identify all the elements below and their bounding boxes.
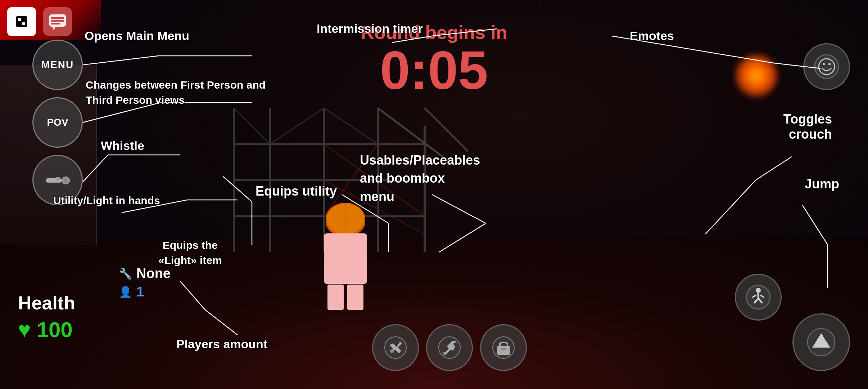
svg-line-9 <box>270 108 324 144</box>
svg-rect-20 <box>16 16 27 27</box>
roblox-logo[interactable] <box>7 7 36 36</box>
character-legs <box>324 285 367 310</box>
chat-button[interactable] <box>43 7 72 36</box>
svg-point-34 <box>443 352 446 355</box>
explosion-effect <box>735 54 778 97</box>
emotes-button[interactable] <box>803 43 850 90</box>
whistle-button[interactable] <box>32 155 83 205</box>
svg-line-11 <box>378 108 450 162</box>
building-left <box>0 65 97 245</box>
svg-line-8 <box>234 108 270 144</box>
bag-button[interactable] <box>480 324 527 371</box>
character-head <box>326 203 365 235</box>
pov-button[interactable]: POV <box>32 97 83 148</box>
menu-label: MENU <box>41 59 74 71</box>
svg-line-10 <box>324 108 378 144</box>
svg-marker-24 <box>52 27 56 30</box>
svg-rect-21 <box>18 18 21 21</box>
svg-point-46 <box>828 63 831 65</box>
svg-point-29 <box>62 177 69 184</box>
character-leg-right <box>347 285 363 310</box>
svg-rect-30 <box>56 177 60 180</box>
svg-point-45 <box>823 63 825 65</box>
svg-point-32 <box>390 349 394 353</box>
character <box>324 201 367 310</box>
pov-label: POV <box>47 117 68 128</box>
wrench-button[interactable] <box>426 324 473 371</box>
svg-line-12 <box>425 108 468 151</box>
character-leg-left <box>327 285 344 310</box>
bottom-action-buttons <box>372 324 527 371</box>
ground <box>0 238 868 389</box>
svg-rect-38 <box>501 348 506 350</box>
svg-rect-22 <box>22 22 25 25</box>
menu-button[interactable]: MENU <box>32 40 83 90</box>
crouch-button[interactable] <box>735 274 782 321</box>
equip-utility-button[interactable] <box>372 324 419 371</box>
jump-button[interactable] <box>792 313 850 371</box>
character-body <box>324 233 367 284</box>
